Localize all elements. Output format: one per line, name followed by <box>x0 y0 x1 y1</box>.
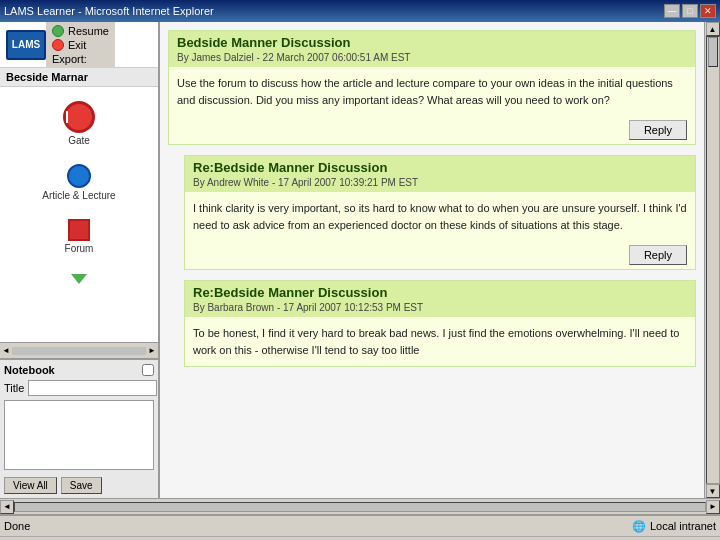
scroll-down-button[interactable]: ▼ <box>706 484 720 498</box>
sidebar-item-gate[interactable]: STOP Gate <box>0 97 158 150</box>
left-h-arrow-icon: ◄ <box>3 502 11 511</box>
post-1-header: Bedside Manner Discussion By James Dalzi… <box>169 31 695 67</box>
nav-arrow-container <box>71 274 87 284</box>
forum-post-1: Bedside Manner Discussion By James Dalzi… <box>168 30 696 145</box>
right-scrollbar[interactable]: ▲ ▼ <box>704 22 720 498</box>
post-3-header: Re:Bedside Manner Discussion By Barbara … <box>185 281 695 317</box>
post-2-title: Re:Bedside Manner Discussion <box>193 160 687 175</box>
scroll-left-h-button[interactable]: ◄ <box>0 500 14 514</box>
scroll-track <box>12 347 146 355</box>
notebook-title-row: Title <box>4 380 154 396</box>
lams-logo: LAMS <box>6 30 46 60</box>
scroll-track-vertical[interactable] <box>706 36 720 484</box>
post-3-meta: By Barbara Brown - 17 April 2007 10:12:5… <box>193 302 687 313</box>
forum-post-2: Re:Bedside Manner Discussion By Andrew W… <box>184 155 696 270</box>
app-title: LAMS Learner - Microsoft Internet Explor… <box>4 5 214 17</box>
app-body: LAMS Resume Exit Export: Becside Marnar <box>0 22 720 498</box>
gate-label: Gate <box>68 135 90 146</box>
scroll-right-icon[interactable]: ► <box>148 346 156 355</box>
close-icon: ✕ <box>704 6 712 16</box>
post-2-header: Re:Bedside Manner Discussion By Andrew W… <box>185 156 695 192</box>
sidebar-item-forum[interactable]: Forum <box>0 215 158 258</box>
maximize-button[interactable]: □ <box>682 4 698 18</box>
minimize-button[interactable]: — <box>664 4 680 18</box>
resume-button[interactable]: Resume <box>50 24 111 38</box>
export-button[interactable]: Export: <box>50 52 111 66</box>
status-left: Done <box>4 520 30 532</box>
up-arrow-icon: ▲ <box>709 25 717 34</box>
notebook-title-label: Title <box>4 382 24 394</box>
post-2-footer: Reply <box>185 241 695 269</box>
maximize-icon: □ <box>687 6 692 16</box>
title-bar-controls: — □ ✕ <box>664 4 716 18</box>
article-icon <box>67 164 91 188</box>
resume-icon <box>52 25 64 37</box>
notebook-title: Notebook <box>4 364 55 376</box>
notebook-section: Notebook Title View All Save <box>0 358 158 498</box>
sidebar-logo-area: LAMS Resume Exit Export: <box>0 22 158 68</box>
post-3-body: To be honest, I find it very hard to bre… <box>185 317 695 366</box>
scroll-thumb[interactable] <box>708 37 718 67</box>
horizontal-scrollbar[interactable]: ◄ ► <box>0 498 720 514</box>
notebook-body-input[interactable] <box>4 400 154 470</box>
sidebar-item-article[interactable]: Article & Lecture <box>0 160 158 205</box>
notebook-title-input[interactable] <box>28 380 157 396</box>
reply-button-2[interactable]: Reply <box>629 245 687 265</box>
exit-icon <box>52 39 64 51</box>
scroll-up-button[interactable]: ▲ <box>706 22 720 36</box>
exit-button[interactable]: Exit <box>50 38 111 52</box>
main-content[interactable]: Bedside Manner Discussion By James Dalzi… <box>160 22 704 498</box>
gate-icon: STOP <box>63 101 95 133</box>
save-button[interactable]: Save <box>61 477 102 494</box>
down-arrow-icon: ▼ <box>709 487 717 496</box>
resume-label: Resume <box>68 25 109 37</box>
scroll-right-h-button[interactable]: ► <box>706 500 720 514</box>
minimize-icon: — <box>668 6 677 16</box>
next-arrow-icon <box>71 274 87 284</box>
sidebar: LAMS Resume Exit Export: Becside Marnar <box>0 22 160 498</box>
sidebar-controls: Resume Exit Export: <box>46 22 115 68</box>
post-1-body: Use the forum to discuss how the article… <box>169 67 695 116</box>
post-2-body: I think clarity is very important, so it… <box>185 192 695 241</box>
status-bar: Done 🌐 Local intranet <box>0 514 720 536</box>
status-right: 🌐 Local intranet <box>632 520 716 533</box>
article-label: Article & Lecture <box>42 190 115 201</box>
scroll-left-icon[interactable]: ◄ <box>2 346 10 355</box>
exit-label: Exit <box>68 39 86 51</box>
forum-label: Forum <box>65 243 94 254</box>
title-bar: LAMS Learner - Microsoft Internet Explor… <box>0 0 720 22</box>
post-1-meta: By James Dalziel - 22 March 2007 06:00:5… <box>177 52 687 63</box>
post-1-footer: Reply <box>169 116 695 144</box>
forum-post-3: Re:Bedside Manner Discussion By Barbara … <box>184 280 696 367</box>
post-1-title: Bedside Manner Discussion <box>177 35 687 50</box>
sidebar-scrollbar[interactable]: ◄ ► <box>0 342 158 358</box>
reply-button-1[interactable]: Reply <box>629 120 687 140</box>
stop-text: STOP <box>68 112 92 122</box>
title-bar-left: LAMS Learner - Microsoft Internet Explor… <box>4 5 214 17</box>
sidebar-nav: STOP Gate Article & Lecture Forum <box>0 87 158 342</box>
view-all-button[interactable]: View All <box>4 477 57 494</box>
notebook-header: Notebook <box>4 364 154 376</box>
h-scroll-track <box>14 502 706 512</box>
notebook-checkbox[interactable] <box>142 364 154 376</box>
sidebar-title: Becside Marnar <box>0 68 158 87</box>
post-2-meta: By Andrew White - 17 April 2007 10:39:21… <box>193 177 687 188</box>
notebook-buttons: View All Save <box>4 477 154 494</box>
globe-icon: 🌐 <box>632 520 646 533</box>
right-h-arrow-icon: ► <box>709 502 717 511</box>
caption-bar: Learner – Forum discussion <box>0 536 720 540</box>
close-button[interactable]: ✕ <box>700 4 716 18</box>
post-3-title: Re:Bedside Manner Discussion <box>193 285 687 300</box>
forum-icon <box>68 219 90 241</box>
export-label: Export: <box>52 53 87 65</box>
status-done: Done <box>4 520 30 532</box>
status-zone: Local intranet <box>650 520 716 532</box>
